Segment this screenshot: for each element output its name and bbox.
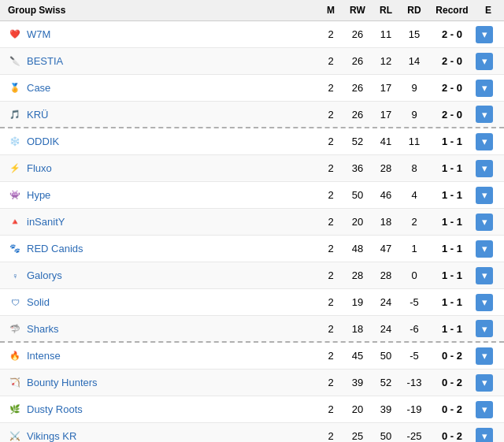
team-expand-cell (476, 428, 501, 443)
chevron-down-icon (482, 55, 487, 67)
team-name: 🏹 Bounty Hunters (8, 376, 318, 390)
table-row: 🔺 inSanitY 2 20 18 2 1 - 1 (0, 209, 504, 236)
team-name-cell: 🔺 inSanitY (3, 215, 318, 229)
team-rl: 11 (372, 28, 400, 40)
team-rd: -5 (400, 350, 428, 362)
team-record: 1 - 1 (428, 269, 476, 281)
expand-button[interactable] (476, 347, 493, 365)
expand-button[interactable] (476, 106, 493, 123)
team-m: 2 (318, 243, 343, 254)
team-name-cell: 🏅 Case (3, 81, 318, 95)
team-record: 2 - 0 (428, 28, 476, 40)
team-rl: 50 (372, 430, 400, 442)
record-value: 1 - 1 (442, 162, 462, 174)
team-rd: 9 (400, 82, 428, 94)
record-value: 2 - 0 (442, 55, 462, 67)
team-m: 2 (318, 269, 343, 281)
team-name: ❄️ ODDIK (8, 135, 318, 149)
team-label: Hype (27, 189, 50, 201)
table-row: ♀ Galorys 2 28 28 0 1 - 1 (0, 262, 504, 289)
team-name-cell: ♀ Galorys (3, 269, 318, 283)
team-name-cell: 🐾 RED Canids (3, 242, 318, 256)
team-rw: 20 (343, 216, 372, 228)
team-rl: 46 (372, 189, 400, 201)
team-name: 🛡 Solid (8, 295, 318, 310)
team-rd: 0 (400, 269, 428, 281)
expand-button[interactable] (476, 214, 493, 231)
expand-button[interactable] (476, 160, 493, 177)
team-rl: 28 (372, 269, 400, 281)
expand-button[interactable] (476, 26, 493, 43)
header-rw: RW (343, 5, 372, 16)
team-rw: 45 (343, 350, 372, 362)
team-rl: 39 (372, 403, 400, 415)
team-name-cell: 🦈 Sharks (3, 321, 318, 336)
team-label: KRÜ (27, 109, 48, 121)
team-name: 🔪 BESTIA (8, 54, 318, 69)
team-rw: 26 (343, 82, 372, 94)
team-name-cell: 🏹 Bounty Hunters (3, 376, 318, 390)
team-label: W7M (27, 28, 50, 40)
team-icon: 🔺 (8, 215, 22, 229)
team-name: 👾 Hype (8, 188, 318, 202)
header-e: E (476, 5, 501, 16)
team-m: 2 (318, 216, 343, 228)
record-value: 1 - 1 (442, 269, 462, 281)
team-name-cell: ❄️ ODDIK (3, 135, 318, 149)
team-rd: 9 (400, 109, 428, 121)
table-row: 👾 Hype 2 50 46 4 1 - 1 (0, 182, 504, 209)
team-rd: -5 (400, 296, 428, 308)
team-record: 1 - 1 (428, 189, 476, 201)
expand-button[interactable] (476, 294, 493, 311)
table-row: 🏹 Bounty Hunters 2 39 52 -13 0 - 2 (0, 370, 504, 396)
team-m: 2 (318, 162, 343, 174)
team-record: 1 - 1 (428, 323, 476, 335)
expand-button[interactable] (476, 267, 493, 284)
team-rd: 11 (400, 136, 428, 147)
table-row: ⚔️ Vikings KR 2 25 50 -25 0 - 2 (0, 423, 504, 442)
record-value: 1 - 1 (442, 189, 462, 201)
chevron-down-icon (482, 136, 487, 147)
team-label: Solid (27, 296, 50, 308)
team-label: inSanitY (27, 216, 65, 228)
record-value: 1 - 1 (442, 136, 462, 147)
expand-button[interactable] (476, 53, 493, 70)
chevron-down-icon (482, 162, 487, 174)
team-name: 🎵 KRÜ (8, 107, 318, 121)
team-label: Sharks (27, 323, 58, 335)
expand-button[interactable] (476, 428, 493, 443)
team-expand-cell (476, 214, 501, 231)
team-rw: 36 (343, 162, 372, 174)
chevron-down-icon (482, 109, 487, 121)
expand-button[interactable] (476, 401, 493, 418)
team-record: 1 - 1 (428, 216, 476, 228)
chevron-down-icon (482, 430, 487, 442)
team-m: 2 (318, 109, 343, 121)
record-value: 0 - 2 (442, 403, 462, 415)
team-label: Case (27, 82, 50, 94)
team-expand-cell (476, 347, 501, 365)
team-rl: 24 (372, 323, 400, 335)
team-rd: -13 (400, 377, 428, 388)
record-value: 1 - 1 (442, 243, 462, 254)
team-rw: 19 (343, 296, 372, 308)
expand-button[interactable] (476, 80, 493, 97)
team-icon: 🔪 (8, 54, 22, 69)
chevron-down-icon (482, 403, 487, 415)
expand-button[interactable] (476, 374, 493, 392)
expand-button[interactable] (476, 133, 493, 150)
record-value: 1 - 1 (442, 323, 462, 335)
team-expand-cell (476, 320, 501, 337)
expand-button[interactable] (476, 320, 493, 337)
team-record: 1 - 1 (428, 136, 476, 147)
header-title: Group Swiss (3, 5, 318, 16)
team-record: 0 - 2 (428, 377, 476, 388)
team-record: 0 - 2 (428, 430, 476, 442)
expand-button[interactable] (476, 240, 493, 258)
team-name: 🐾 RED Canids (8, 242, 318, 256)
expand-button[interactable] (476, 187, 493, 204)
team-name-cell: 👾 Hype (3, 188, 318, 202)
team-icon: 🏹 (8, 376, 22, 390)
team-icon: ♀ (8, 269, 22, 283)
table-row: 🎵 KRÜ 2 26 17 9 2 - 0 (0, 102, 504, 128)
